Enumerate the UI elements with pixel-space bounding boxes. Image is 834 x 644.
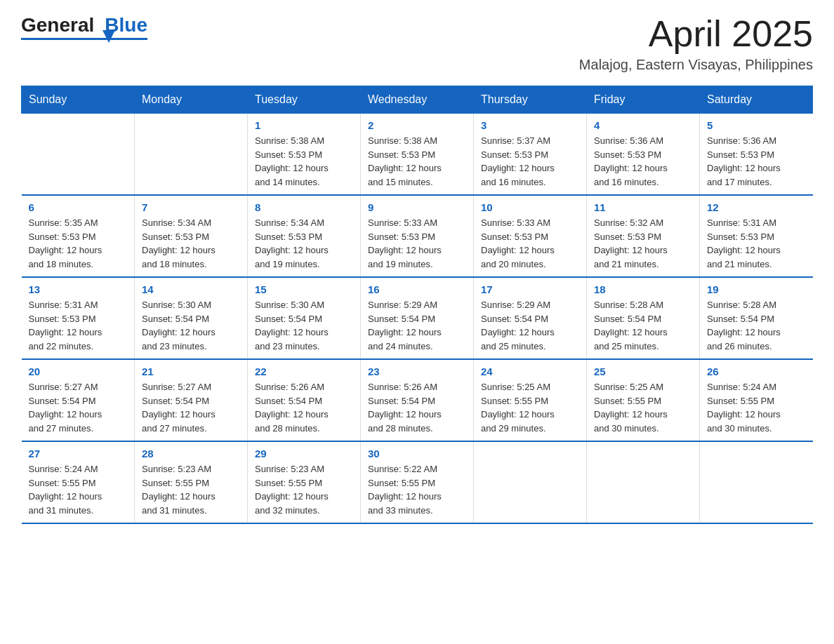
day-info: Sunrise: 5:26 AM Sunset: 5:54 PM Dayligh…	[255, 380, 353, 435]
month-title: April 2025	[579, 14, 813, 54]
calendar-cell: 7Sunrise: 5:34 AM Sunset: 5:53 PM Daylig…	[135, 195, 248, 277]
day-number: 5	[707, 119, 806, 131]
day-number: 27	[29, 448, 128, 459]
calendar-cell: 8Sunrise: 5:34 AM Sunset: 5:53 PM Daylig…	[248, 195, 361, 277]
day-number: 10	[481, 201, 579, 213]
day-number: 14	[142, 283, 240, 295]
day-number: 24	[481, 365, 579, 377]
day-number: 12	[707, 201, 806, 213]
header-cell-thursday: Thursday	[474, 86, 587, 114]
day-number: 7	[142, 201, 240, 213]
day-number: 30	[368, 448, 466, 459]
calendar-cell: 15Sunrise: 5:30 AM Sunset: 5:54 PM Dayli…	[248, 277, 361, 359]
day-info: Sunrise: 5:26 AM Sunset: 5:54 PM Dayligh…	[368, 380, 466, 435]
day-info: Sunrise: 5:30 AM Sunset: 5:54 PM Dayligh…	[255, 298, 353, 353]
week-row-5: 27Sunrise: 5:24 AM Sunset: 5:55 PM Dayli…	[22, 441, 813, 523]
day-number: 18	[594, 283, 692, 295]
calendar-cell: 1Sunrise: 5:38 AM Sunset: 5:53 PM Daylig…	[248, 114, 361, 196]
day-number: 1	[255, 119, 353, 131]
day-info: Sunrise: 5:25 AM Sunset: 5:55 PM Dayligh…	[594, 380, 692, 435]
day-info: Sunrise: 5:25 AM Sunset: 5:55 PM Dayligh…	[481, 380, 579, 435]
day-info: Sunrise: 5:35 AM Sunset: 5:53 PM Dayligh…	[29, 216, 128, 271]
header-cell-tuesday: Tuesday	[248, 86, 361, 114]
day-info: Sunrise: 5:27 AM Sunset: 5:54 PM Dayligh…	[29, 380, 128, 435]
calendar-cell: 20Sunrise: 5:27 AM Sunset: 5:54 PM Dayli…	[22, 359, 135, 441]
calendar-cell: 13Sunrise: 5:31 AM Sunset: 5:53 PM Dayli…	[22, 277, 135, 359]
week-row-2: 6Sunrise: 5:35 AM Sunset: 5:53 PM Daylig…	[22, 195, 813, 277]
day-info: Sunrise: 5:38 AM Sunset: 5:53 PM Dayligh…	[368, 134, 466, 189]
calendar-cell: 21Sunrise: 5:27 AM Sunset: 5:54 PM Dayli…	[135, 359, 248, 441]
day-info: Sunrise: 5:22 AM Sunset: 5:55 PM Dayligh…	[368, 462, 466, 517]
logo-blue-text: Blue	[105, 14, 147, 36]
day-info: Sunrise: 5:29 AM Sunset: 5:54 PM Dayligh…	[368, 298, 466, 353]
day-info: Sunrise: 5:33 AM Sunset: 5:53 PM Dayligh…	[481, 216, 579, 271]
header-cell-sunday: Sunday	[22, 86, 135, 114]
header-cell-monday: Monday	[135, 86, 248, 114]
calendar-cell	[700, 441, 813, 523]
day-number: 11	[594, 201, 692, 213]
day-number: 13	[29, 283, 128, 295]
day-number: 9	[368, 201, 466, 213]
logo-wordmark: General Blue	[21, 14, 147, 36]
day-info: Sunrise: 5:34 AM Sunset: 5:53 PM Dayligh…	[142, 216, 240, 271]
day-info: Sunrise: 5:36 AM Sunset: 5:53 PM Dayligh…	[594, 134, 692, 189]
header-cell-saturday: Saturday	[700, 86, 813, 114]
day-number: 3	[481, 119, 579, 131]
calendar-cell	[474, 441, 587, 523]
header-right: April 2025 Malajog, Eastern Visayas, Phi…	[579, 14, 813, 73]
day-number: 17	[481, 283, 579, 295]
page-header: General Blue April 2025 Malajog, Eastern…	[21, 14, 813, 73]
day-number: 15	[255, 283, 353, 295]
day-info: Sunrise: 5:27 AM Sunset: 5:54 PM Dayligh…	[142, 380, 240, 435]
calendar-cell	[135, 114, 248, 196]
calendar-cell	[587, 441, 700, 523]
week-row-3: 13Sunrise: 5:31 AM Sunset: 5:53 PM Dayli…	[22, 277, 813, 359]
calendar-cell: 9Sunrise: 5:33 AM Sunset: 5:53 PM Daylig…	[361, 195, 474, 277]
day-number: 26	[707, 365, 806, 377]
header-row: SundayMondayTuesdayWednesdayThursdayFrid…	[22, 86, 813, 114]
calendar-cell: 30Sunrise: 5:22 AM Sunset: 5:55 PM Dayli…	[361, 441, 474, 523]
day-number: 16	[368, 283, 466, 295]
calendar-cell: 2Sunrise: 5:38 AM Sunset: 5:53 PM Daylig…	[361, 114, 474, 196]
calendar-cell: 4Sunrise: 5:36 AM Sunset: 5:53 PM Daylig…	[587, 114, 700, 196]
calendar-cell: 18Sunrise: 5:28 AM Sunset: 5:54 PM Dayli…	[587, 277, 700, 359]
logo: General Blue	[21, 14, 147, 40]
header-cell-friday: Friday	[587, 86, 700, 114]
logo-general-text: General	[21, 14, 94, 36]
calendar-cell: 12Sunrise: 5:31 AM Sunset: 5:53 PM Dayli…	[700, 195, 813, 277]
week-row-1: 1Sunrise: 5:38 AM Sunset: 5:53 PM Daylig…	[22, 114, 813, 196]
calendar-cell: 16Sunrise: 5:29 AM Sunset: 5:54 PM Dayli…	[361, 277, 474, 359]
day-info: Sunrise: 5:33 AM Sunset: 5:53 PM Dayligh…	[368, 216, 466, 271]
calendar-cell: 3Sunrise: 5:37 AM Sunset: 5:53 PM Daylig…	[474, 114, 587, 196]
calendar-cell: 24Sunrise: 5:25 AM Sunset: 5:55 PM Dayli…	[474, 359, 587, 441]
day-number: 2	[368, 119, 466, 131]
day-info: Sunrise: 5:38 AM Sunset: 5:53 PM Dayligh…	[255, 134, 353, 189]
day-number: 25	[594, 365, 692, 377]
day-info: Sunrise: 5:23 AM Sunset: 5:55 PM Dayligh…	[255, 462, 353, 517]
calendar-cell: 6Sunrise: 5:35 AM Sunset: 5:53 PM Daylig…	[22, 195, 135, 277]
day-number: 8	[255, 201, 353, 213]
day-info: Sunrise: 5:30 AM Sunset: 5:54 PM Dayligh…	[142, 298, 240, 353]
day-info: Sunrise: 5:28 AM Sunset: 5:54 PM Dayligh…	[707, 298, 806, 353]
day-info: Sunrise: 5:24 AM Sunset: 5:55 PM Dayligh…	[29, 462, 128, 517]
day-info: Sunrise: 5:28 AM Sunset: 5:54 PM Dayligh…	[594, 298, 692, 353]
calendar-cell: 10Sunrise: 5:33 AM Sunset: 5:53 PM Dayli…	[474, 195, 587, 277]
calendar-cell: 11Sunrise: 5:32 AM Sunset: 5:53 PM Dayli…	[587, 195, 700, 277]
day-number: 22	[255, 365, 353, 377]
day-info: Sunrise: 5:36 AM Sunset: 5:53 PM Dayligh…	[707, 134, 806, 189]
logo-underline	[21, 38, 147, 40]
calendar-cell: 19Sunrise: 5:28 AM Sunset: 5:54 PM Dayli…	[700, 277, 813, 359]
day-info: Sunrise: 5:37 AM Sunset: 5:53 PM Dayligh…	[481, 134, 579, 189]
day-info: Sunrise: 5:29 AM Sunset: 5:54 PM Dayligh…	[481, 298, 579, 353]
day-info: Sunrise: 5:31 AM Sunset: 5:53 PM Dayligh…	[707, 216, 806, 271]
day-info: Sunrise: 5:23 AM Sunset: 5:55 PM Dayligh…	[142, 462, 240, 517]
calendar-cell: 5Sunrise: 5:36 AM Sunset: 5:53 PM Daylig…	[700, 114, 813, 196]
day-number: 20	[29, 365, 128, 377]
calendar-body: 1Sunrise: 5:38 AM Sunset: 5:53 PM Daylig…	[22, 114, 813, 524]
calendar-cell: 22Sunrise: 5:26 AM Sunset: 5:54 PM Dayli…	[248, 359, 361, 441]
day-number: 29	[255, 448, 353, 459]
calendar-cell: 28Sunrise: 5:23 AM Sunset: 5:55 PM Dayli…	[135, 441, 248, 523]
calendar-cell: 27Sunrise: 5:24 AM Sunset: 5:55 PM Dayli…	[22, 441, 135, 523]
calendar-cell	[22, 114, 135, 196]
calendar-cell: 23Sunrise: 5:26 AM Sunset: 5:54 PM Dayli…	[361, 359, 474, 441]
